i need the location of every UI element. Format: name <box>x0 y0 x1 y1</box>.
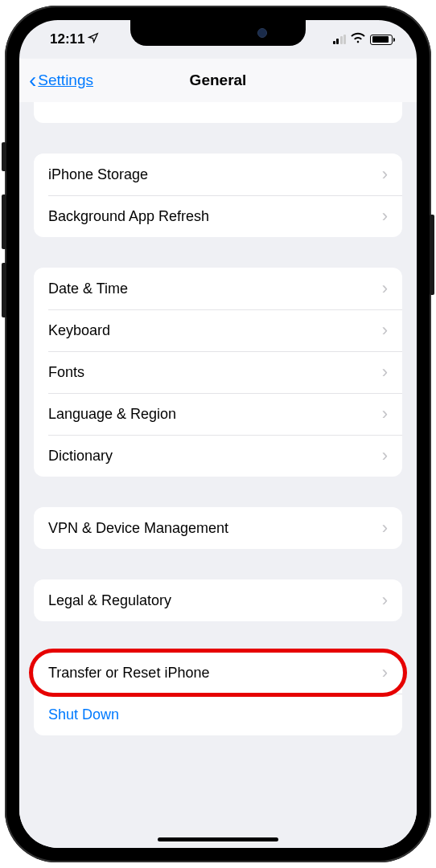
content-scroll[interactable]: CarPlay › iPhone Storage › Background Ap… <box>19 102 417 848</box>
row-label: Background App Refresh <box>48 208 209 225</box>
row-keyboard[interactable]: Keyboard › <box>34 309 402 351</box>
chevron-right-icon: › <box>382 662 388 683</box>
notch <box>130 20 306 46</box>
nav-bar: ‹ Settings General <box>19 59 417 102</box>
row-label: VPN & Device Management <box>48 520 228 537</box>
row-fonts[interactable]: Fonts › <box>34 351 402 393</box>
power-button <box>430 215 434 295</box>
row-label: Language & Region <box>48 406 176 423</box>
row-label: Dictionary <box>48 448 113 465</box>
chevron-right-icon: › <box>382 320 388 341</box>
row-transfer-reset[interactable]: Transfer or Reset iPhone › <box>34 652 402 694</box>
phone-frame: 12:11 ‹ <box>5 6 431 862</box>
row-label: Keyboard <box>48 322 110 339</box>
chevron-right-icon: › <box>382 518 388 538</box>
status-right <box>333 31 393 47</box>
section-group-3: VPN & Device Management › <box>34 507 402 549</box>
chevron-right-icon: › <box>382 590 388 611</box>
row-background-refresh[interactable]: Background App Refresh › <box>34 195 402 237</box>
row-date-time[interactable]: Date & Time › <box>34 268 402 309</box>
front-camera <box>257 28 267 38</box>
section-group-0: CarPlay › <box>34 102 402 123</box>
row-dictionary[interactable]: Dictionary › <box>34 435 402 477</box>
row-label: Legal & Regulatory <box>48 592 171 609</box>
status-time: 12:11 <box>50 31 84 47</box>
home-indicator[interactable] <box>158 837 278 841</box>
chevron-right-icon: › <box>382 445 388 466</box>
row-label: Shut Down <box>48 706 119 723</box>
chevron-right-icon: › <box>382 278 388 299</box>
chevron-right-icon: › <box>382 206 388 227</box>
back-button[interactable]: ‹ Settings <box>29 69 93 92</box>
chevron-right-icon: › <box>382 164 388 185</box>
row-label: Date & Time <box>48 280 128 297</box>
battery-icon <box>370 35 393 45</box>
chevron-right-icon: › <box>382 362 388 383</box>
row-vpn-device-management[interactable]: VPN & Device Management › <box>34 507 402 549</box>
row-label: iPhone Storage <box>48 166 148 183</box>
row-iphone-storage[interactable]: iPhone Storage › <box>34 154 402 195</box>
location-icon <box>88 31 99 47</box>
row-language-region[interactable]: Language & Region › <box>34 393 402 435</box>
chevron-right-icon: › <box>382 102 388 107</box>
row-shut-down[interactable]: Shut Down <box>34 694 402 735</box>
row-label: Transfer or Reset iPhone <box>48 665 209 682</box>
status-left: 12:11 <box>50 31 99 47</box>
section-group-1: iPhone Storage › Background App Refresh … <box>34 154 402 237</box>
screen: 12:11 ‹ <box>19 20 417 848</box>
wifi-icon <box>351 31 365 47</box>
section-group-4: Legal & Regulatory › <box>34 579 402 621</box>
chevron-left-icon: ‹ <box>29 69 36 92</box>
chevron-right-icon: › <box>382 403 388 424</box>
page-title: General <box>190 72 247 89</box>
mute-switch <box>2 142 6 171</box>
back-label: Settings <box>38 72 93 89</box>
section-group-5: Transfer or Reset iPhone › Shut Down <box>34 652 402 735</box>
row-carplay[interactable]: CarPlay › <box>34 102 402 123</box>
section-group-2: Date & Time › Keyboard › Fonts › Languag… <box>34 268 402 477</box>
row-label: Fonts <box>48 364 84 381</box>
row-legal-regulatory[interactable]: Legal & Regulatory › <box>34 579 402 621</box>
volume-up-button <box>2 194 6 249</box>
volume-down-button <box>2 263 6 317</box>
cellular-signal-icon <box>333 35 347 44</box>
